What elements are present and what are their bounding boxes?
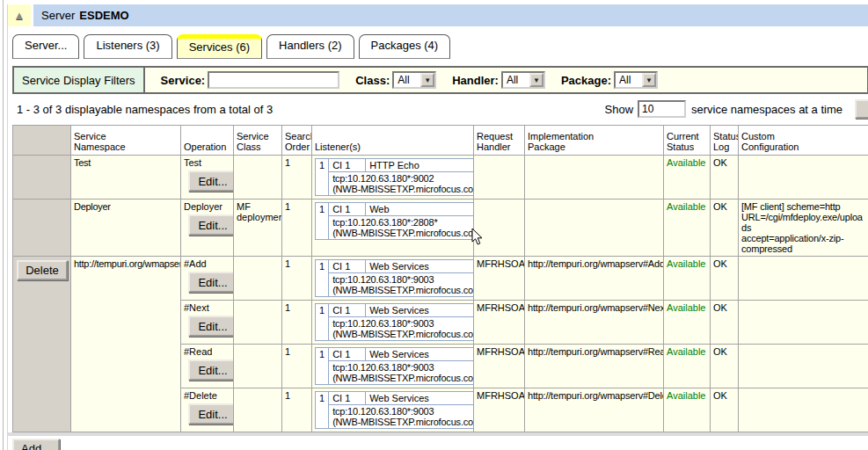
search-order-cell: 1 (282, 388, 312, 432)
server-title-prefix: Server (41, 9, 75, 22)
show-count-input[interactable] (638, 100, 686, 118)
listener-conversation: CI 1 (329, 392, 366, 405)
listener-address: tcp:10.120.63.180*:9003 (NWB-MBISSETXP.m… (329, 361, 474, 385)
tab-packages-4[interactable]: Packages (4) (359, 34, 451, 59)
listener-conversation: CI 1 (329, 304, 366, 317)
listener-address: tcp:10.120.63.180*:9003 (NWB-MBISSETXP.m… (329, 317, 474, 341)
service-class-cell (234, 301, 282, 345)
page: ▲ Server ESDEMO Server...Listeners (3)Se… (3, 0, 868, 450)
listener-name: Web (366, 203, 474, 216)
listener-host: (NWB-MBISSETXP.microfocus.com) (332, 285, 473, 295)
operation-name: #Add (184, 258, 230, 269)
tab-services-6[interactable]: Services (6) (177, 34, 262, 59)
server-name: ESDEMO (79, 9, 128, 22)
column-header: Search Order (282, 126, 312, 156)
chevron-down-icon[interactable]: ▼ (420, 73, 434, 87)
chevron-down-icon[interactable]: ▼ (642, 73, 656, 87)
search-order-cell: 1 (282, 200, 312, 257)
show-suffix: service namespaces at a time (691, 103, 842, 116)
status-log-cell: OK (711, 200, 739, 257)
listener-address: tcp:10.120.63.180*:9002 (NWB-MBISSETXP.m… (329, 172, 474, 196)
custom-configuration-cell: [MF client] scheme=http URL=/cgi/mfdeplo… (739, 200, 868, 257)
listener-address: tcp:10.120.63.180*:9003 (NWB-MBISSETXP.m… (329, 273, 474, 297)
edit-button[interactable]: Edit... (188, 359, 234, 381)
column-header: Operation (181, 126, 234, 156)
request-handler-cell: MFRHSOAP (474, 301, 525, 345)
listener-seq: 1 (316, 348, 329, 385)
listener-name: Web Services (366, 304, 474, 317)
edit-button[interactable]: Edit... (188, 214, 234, 236)
service-row: Deletehttp://tempuri.org/wmapserv #Add E… (13, 257, 868, 301)
package-filter-value: All (616, 74, 642, 86)
listener-conversation: CI 1 (329, 348, 366, 361)
current-status-cell: Available (664, 156, 711, 200)
listener-host: (NWB-MBISSETXP.microfocus.com) (332, 417, 473, 427)
service-row: Test Test Edit... 1 1 CI 1 HTTP Echo tcp… (13, 156, 868, 200)
column-header: Request Handler (474, 126, 525, 156)
listeners-cell: 1 CI 1 Web tcp:10.120.63.180*:2808* (NWB… (312, 200, 474, 257)
add-button[interactable]: Add... (12, 439, 60, 450)
listener-table: 1 CI 1 Web Services tcp:10.120.63.180*:9… (315, 303, 474, 341)
listener-conversation: CI 1 (329, 260, 366, 273)
service-namespace-cell: http://tempuri.org/wmapserv (71, 257, 181, 432)
package-filter-select[interactable]: All ▼ (614, 71, 658, 89)
delete-button[interactable]: Delete (17, 260, 68, 280)
operation-cell: #Delete Edit... (181, 388, 234, 432)
listener-seq: 1 (316, 159, 329, 196)
listener-address: tcp:10.120.63.180*:9003 (NWB-MBISSETXP.m… (329, 405, 474, 429)
operation-cell: #Read Edit... (181, 345, 234, 388)
request-handler-cell: MFRHSOAP (474, 257, 525, 301)
edit-button[interactable]: Edit... (188, 171, 234, 192)
implementation-package-cell (525, 156, 664, 200)
implementation-package-cell: http://tempuri.org/wmapserv#Next (525, 301, 664, 345)
handler-filter-select[interactable]: All ▼ (501, 71, 545, 89)
listener-name: Web Services (366, 348, 474, 361)
service-filter-input[interactable] (208, 71, 339, 89)
request-handler-cell (474, 156, 525, 200)
custom-configuration-cell (739, 301, 868, 345)
service-class-cell (234, 257, 282, 301)
listener-host: (NWB-MBISSETXP.microfocus.com) (332, 373, 473, 383)
add-strip: Add... (8, 436, 868, 450)
implementation-package-cell: http://tempuri.org/wmapserv#Add (525, 257, 664, 301)
listener-table: 1 CI 1 Web Services tcp:10.120.63.180*:9… (315, 259, 474, 297)
current-status-cell: Available (664, 345, 711, 388)
chevron-down-icon[interactable]: ▼ (529, 73, 543, 87)
status-log-cell: OK (711, 345, 739, 388)
listener-conversation: CI 1 (329, 203, 366, 216)
show-label: Show (605, 103, 634, 116)
implementation-package-cell: http://tempuri.org/wmapserv#Read (525, 345, 664, 388)
edit-button[interactable]: Edit... (188, 403, 234, 425)
listener-table: 1 CI 1 Web Services tcp:10.120.63.180*:9… (315, 391, 474, 429)
server-header-bar: ▲ Server ESDEMO (8, 4, 868, 26)
namespace-count-summary: 1 - 3 of 3 displayable namespaces from a… (12, 103, 273, 116)
service-filter-bar: Service Display Filters Service: Class: … (12, 66, 868, 94)
listener-host: (NWB-MBISSETXP.microfocus.com) (332, 184, 473, 194)
column-header: Listener(s) (312, 126, 474, 156)
listener-table: 1 CI 1 Web tcp:10.120.63.180*:2808* (NWB… (315, 202, 474, 240)
listener-name: HTTP Echo (366, 159, 474, 172)
tab-listeners-3[interactable]: Listeners (3) (84, 34, 171, 59)
class-filter-select[interactable]: All ▼ (392, 71, 436, 89)
custom-configuration-cell (739, 257, 868, 301)
class-filter-value: All (394, 74, 420, 86)
current-status-cell: Available (664, 257, 711, 301)
operation-name: Deployer (184, 201, 230, 212)
search-order-cell: 1 (282, 156, 312, 200)
column-header: Implementation Package (525, 126, 664, 156)
collapse-button[interactable]: ▲ (8, 4, 31, 26)
tab-handlers-2[interactable]: Handlers (2) (266, 34, 354, 59)
edit-button[interactable]: Edit... (188, 272, 234, 293)
current-status-cell: Available (664, 301, 711, 345)
tab-server[interactable]: Server... (12, 34, 79, 59)
listener-seq: 1 (316, 304, 329, 341)
implementation-package-cell: http://tempuri.org/wmapserv#Delete (525, 388, 664, 432)
service-namespace-cell: Test (71, 156, 181, 200)
services-table-body: Test Test Edit... 1 1 CI 1 HTTP Echo tcp… (13, 156, 868, 432)
action-cell (13, 200, 71, 257)
listener-conversation: CI 1 (329, 159, 366, 172)
edit-button[interactable]: Edit... (188, 316, 234, 337)
partial-edge-button[interactable] (855, 99, 868, 119)
request-handler-cell: MFRHSOAP (474, 345, 525, 388)
listener-endpoint: tcp:10.120.63.180*:9003 (332, 406, 473, 417)
